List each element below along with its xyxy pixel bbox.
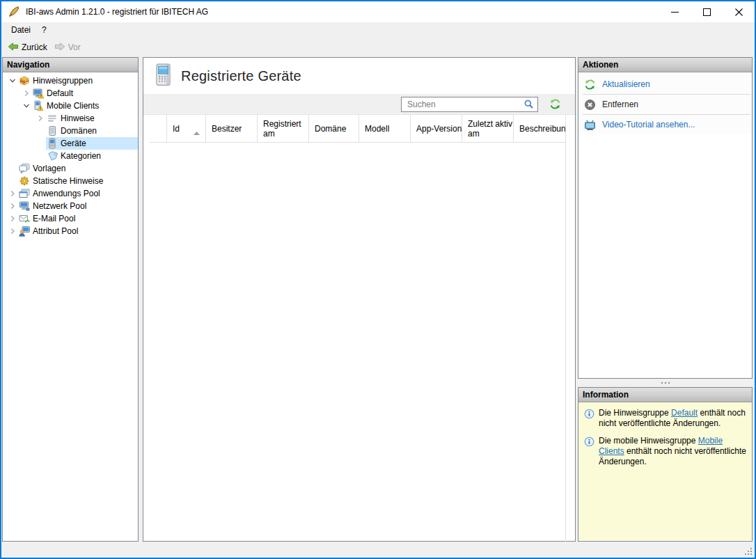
speech-bubbles-icon — [19, 163, 30, 174]
sort-ascending-icon — [194, 127, 200, 137]
chevron-collapsed-icon[interactable] — [7, 215, 18, 222]
column-header-domaene[interactable]: Domäne — [309, 115, 359, 142]
app-icon — [8, 6, 20, 18]
column-header-app-version[interactable]: App-Version — [411, 115, 462, 142]
tree-item-vorlagen[interactable]: Vorlagen — [3, 162, 138, 175]
back-button[interactable]: Zurück — [4, 40, 51, 56]
chevron-collapsed-icon[interactable] — [21, 90, 32, 97]
column-header-modell[interactable]: Modell — [359, 115, 411, 142]
maximize-button[interactable] — [691, 1, 723, 22]
notes-icon — [47, 113, 58, 124]
action-label: Entfernen — [602, 100, 638, 109]
page-title: Registrierte Geräte — [181, 68, 301, 84]
close-button[interactable] — [723, 1, 755, 22]
tree-item-geraete[interactable]: Geräte — [3, 137, 138, 150]
chevron-collapsed-icon[interactable] — [35, 115, 46, 122]
column-header-beschreibung[interactable]: Beschreibung — [514, 115, 565, 142]
video-icon — [584, 119, 596, 131]
status-bar — [1, 542, 755, 558]
chevron-collapsed-icon[interactable] — [7, 203, 18, 210]
tree-item-hinweise[interactable]: Hinweise — [3, 112, 138, 125]
titlebar: IBI-aws Admin 1.21.0 - registriert für I… — [1, 1, 755, 22]
menu-datei[interactable]: Datei — [6, 24, 36, 36]
tree-item-default[interactable]: Default — [3, 87, 138, 100]
actions-body: Aktualisieren Entfernen Video-Tutorial a… — [578, 72, 752, 134]
window-title: IBI-aws Admin 1.21.0 - registriert für I… — [26, 7, 208, 17]
mail-icon — [19, 213, 30, 224]
chevron-expanded-icon[interactable] — [7, 77, 18, 84]
forward-button[interactable]: Vor — [51, 40, 84, 56]
column-header-besitzer[interactable]: Besitzer — [206, 115, 258, 142]
tree-item-statische-hinweise[interactable]: Statische Hinweise — [3, 175, 138, 187]
back-button-label: Zurück — [22, 42, 47, 52]
column-header-registriert-am[interactable]: Registriert am — [258, 115, 309, 142]
content-panel: Registrierte Geräte Id Besitzer Registri… — [143, 57, 576, 542]
information-panel: Information Die Hinweisgruppe Default en… — [578, 387, 753, 542]
column-header-selector[interactable] — [150, 115, 167, 142]
navigation-panel: Navigation Hinweisgruppen Default Mobile… — [2, 57, 139, 542]
navigation-header: Navigation — [3, 58, 138, 72]
info-item: Die mobile Hinweisgruppe Mobile Clients … — [584, 436, 748, 467]
info-icon — [584, 436, 594, 447]
search-icon[interactable] — [523, 99, 535, 110]
action-video-tutorial[interactable]: Video-Tutorial ansehen... — [578, 115, 752, 134]
window-controls — [659, 1, 755, 22]
devices-table: Id Besitzer Registriert am Domäne Modell… — [150, 115, 566, 542]
gear-icon — [19, 175, 30, 187]
refresh-icon — [584, 79, 596, 90]
tablet-icon — [47, 125, 58, 136]
action-label: Video-Tutorial ansehen... — [602, 120, 695, 129]
chevron-collapsed-icon[interactable] — [7, 228, 18, 235]
windows-icon — [19, 188, 30, 199]
tree-item-anwendungs-pool[interactable]: Anwendungs Pool — [3, 187, 138, 200]
content-header: Registrierte Geräte — [143, 58, 575, 94]
menu-help[interactable]: ? — [36, 24, 52, 36]
tree-item-kategorien[interactable]: Kategorien — [3, 150, 138, 162]
info-item: Die Hinweisgruppe Default enthält noch n… — [584, 408, 748, 429]
tree-item-domaenen[interactable]: Domänen — [3, 125, 138, 137]
forward-button-label: Vor — [68, 42, 81, 52]
information-body: Die Hinweisgruppe Default enthält noch n… — [578, 402, 752, 540]
info-icon — [584, 409, 594, 419]
tree-item-email-pool[interactable]: E-Mail Pool — [3, 212, 138, 225]
nav-toolbar: Zurück Vor — [1, 38, 755, 57]
network-icon — [19, 200, 30, 212]
information-header: Information — [578, 388, 752, 402]
tree-item-netzwerk-pool[interactable]: Netzwerk Pool — [3, 200, 138, 212]
tree-item-mobile-clients[interactable]: Mobile Clients — [3, 100, 138, 112]
remove-icon — [584, 99, 596, 111]
tree-item-hinweisgruppen[interactable]: Hinweisgruppen — [3, 74, 138, 87]
phone-icon — [47, 138, 58, 149]
tree-item-attribut-pool[interactable]: Attribut Pool — [3, 225, 138, 237]
action-aktualisieren[interactable]: Aktualisieren — [578, 74, 752, 94]
back-arrow-icon — [8, 41, 19, 54]
action-label: Aktualisieren — [602, 79, 650, 89]
menubar: Datei ? — [1, 22, 755, 38]
forward-arrow-icon — [54, 41, 65, 54]
actions-header: Aktionen — [578, 58, 752, 72]
mobile-warning-icon — [33, 100, 44, 111]
actions-info-splitter[interactable] — [578, 379, 753, 386]
minimize-button[interactable] — [659, 1, 691, 22]
action-entfernen[interactable]: Entfernen — [578, 95, 752, 114]
table-header: Id Besitzer Registriert am Domäne Modell… — [150, 115, 565, 143]
content-toolbar — [143, 94, 575, 115]
user-computer-icon — [19, 226, 30, 237]
tag-icon — [47, 150, 58, 162]
device-icon — [155, 63, 171, 88]
search-box — [401, 97, 538, 112]
refresh-icon[interactable] — [549, 98, 561, 110]
notice-group-icon — [19, 75, 30, 86]
resize-grip-icon[interactable] — [743, 546, 753, 556]
link-default[interactable]: Default — [671, 408, 698, 418]
app-window: IBI-aws Admin 1.21.0 - registriert für I… — [0, 0, 756, 559]
column-header-id[interactable]: Id — [167, 115, 206, 142]
navigation-tree: Hinweisgruppen Default Mobile Clients Hi… — [3, 72, 138, 237]
column-header-zuletzt-aktiv-am[interactable]: Zuletzt aktiv am — [462, 115, 514, 142]
search-input[interactable] — [402, 100, 523, 109]
chevron-expanded-icon[interactable] — [21, 102, 32, 109]
actions-panel: Aktionen Aktualisieren Entfernen Vi — [578, 57, 753, 379]
monitor-warning-icon — [33, 88, 44, 99]
chevron-collapsed-icon[interactable] — [7, 190, 18, 197]
